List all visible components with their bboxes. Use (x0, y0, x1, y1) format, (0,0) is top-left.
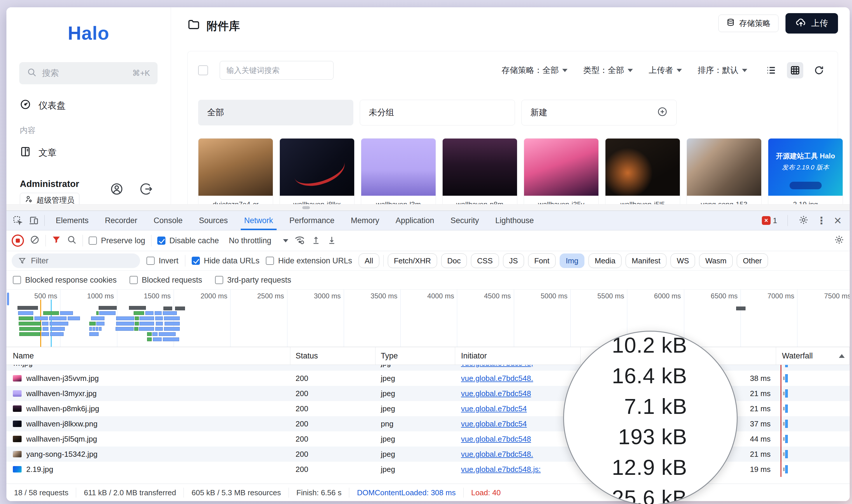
chip-all[interactable]: All (359, 253, 379, 268)
filter-dropdown-label: 存储策略：全部 (501, 65, 559, 76)
tab-lighthouse[interactable]: Lighthouse (487, 211, 542, 230)
chip-other[interactable]: Other (737, 253, 768, 268)
profile-icon[interactable] (110, 182, 123, 197)
tab-network[interactable]: Network (236, 211, 281, 230)
page-scrollbar[interactable] (6, 204, 850, 211)
column-header-waterfall[interactable]: Waterfall (776, 347, 850, 364)
attachment-card[interactable]: wallhaven-j5l5 (605, 138, 680, 204)
initiator-link[interactable]: vue.global.e7bdc54 (461, 419, 527, 429)
keyword-search-input[interactable]: 输入关键词搜索 (220, 61, 334, 79)
error-badge[interactable]: × 1 (762, 216, 777, 225)
device-toolbar-icon[interactable] (26, 214, 41, 228)
tab-application[interactable]: Application (388, 211, 442, 230)
tab-console[interactable]: Console (146, 211, 191, 230)
chip-css[interactable]: CSS (471, 253, 499, 268)
initiator-link[interactable]: vue.global.e7bdc548. (461, 450, 533, 459)
chip-wasm[interactable]: Wasm (699, 253, 733, 268)
sidebar-item-posts[interactable]: 文章 (14, 142, 164, 164)
initiator-link[interactable]: vue.global.e7bdc548. (461, 374, 533, 383)
attachment-card[interactable]: wallhaven-j8lkx (280, 138, 355, 204)
cell-status (290, 365, 375, 371)
invert-checkbox[interactable]: Invert (146, 256, 179, 266)
column-header-initiator[interactable]: Initiator (455, 347, 581, 364)
throttling-select[interactable]: No throttling (229, 236, 288, 245)
column-header-type[interactable]: Type (375, 347, 455, 364)
scrollbar-thumb[interactable] (302, 206, 310, 209)
attachment-card[interactable]: duietczn7o4-cr (198, 138, 273, 204)
overview-request-bar (153, 338, 162, 341)
select-all-checkbox[interactable] (198, 65, 208, 75)
filter-placeholder: Filter (31, 256, 49, 266)
attachment-card[interactable]: 开源建站工具 Halo发布 2.19.0 版本2.19.jpg (768, 138, 843, 204)
filter-dropdown-2[interactable]: 上传者 (649, 65, 682, 76)
group-tab-未分组[interactable]: 未分组 (360, 100, 515, 125)
attachment-card[interactable]: yang-song-153 (687, 138, 762, 204)
waterfall-bar (785, 365, 788, 367)
attachment-name: yang-song-153 (687, 196, 761, 204)
record-icon[interactable] (12, 234, 24, 247)
initiator-link[interactable]: vue.global.e7bdc54 (461, 404, 527, 413)
disable-cache-checkbox[interactable]: Disable cache (157, 236, 219, 245)
filter-dropdown-3[interactable]: 排序：默认 (698, 65, 747, 76)
kebab-menu-icon[interactable]: ⋮ (816, 215, 826, 226)
export-har-icon[interactable] (327, 235, 337, 247)
filter-funnel-icon[interactable] (52, 235, 61, 247)
attachment-card[interactable]: wallhaven-j35v (524, 138, 599, 204)
group-tab-全部[interactable]: 全部 (198, 100, 353, 125)
overview-request-bar (68, 317, 80, 320)
hide-extension-urls-checkbox[interactable]: Hide extension URLs (266, 256, 352, 266)
sidebar-item-dashboard[interactable]: 仪表盘 (14, 95, 164, 116)
close-devtools-icon[interactable]: × (834, 214, 841, 227)
tab-security[interactable]: Security (442, 211, 487, 230)
hide-data-urls-checkbox[interactable]: Hide data URLs (192, 256, 260, 266)
column-header-status[interactable]: Status (290, 347, 375, 364)
tab-memory[interactable]: Memory (342, 211, 388, 230)
tab-elements[interactable]: Elements (48, 211, 97, 230)
storage-policy-button[interactable]: 存储策略 (718, 15, 779, 32)
option-checkbox-3rd-party-requests[interactable]: 3rd-party requests (215, 276, 291, 285)
tab-performance[interactable]: Performance (281, 211, 343, 230)
group-tab-新建[interactable]: 新建 (521, 100, 677, 125)
settings-gear-icon[interactable] (798, 215, 809, 226)
initiator-link[interactable]: vue.global.e7bdc548, (461, 365, 533, 368)
preserve-log-checkbox[interactable]: Preserve log (89, 236, 145, 245)
attachment-card[interactable]: wallhaven-p8m (442, 138, 517, 204)
initiator-link[interactable]: vue.global.e7bdc548 (461, 435, 531, 444)
initiator-link[interactable]: vue.global.e7bdc548.js: (461, 465, 541, 474)
plus-circle-icon[interactable] (657, 106, 668, 119)
option-checkbox-blocked-requests[interactable]: Blocked requests (129, 276, 202, 285)
attachment-card[interactable]: wallhaven-l3m (361, 138, 436, 204)
filter-dropdown-0[interactable]: 存储策略：全部 (501, 65, 568, 76)
network-conditions-icon[interactable] (294, 234, 305, 247)
clear-icon[interactable] (30, 235, 40, 247)
waterfall-tick (783, 377, 785, 380)
tab-recorder[interactable]: Recorder (97, 211, 146, 230)
cell-type: jpeg (375, 447, 455, 462)
network-settings-gear-icon[interactable] (834, 234, 845, 247)
grid-view-button[interactable] (787, 62, 803, 78)
network-overview-timeline[interactable]: 500 ms1000 ms1500 ms2000 ms2500 ms3000 m… (6, 290, 850, 347)
upload-button[interactable]: 上传 (785, 13, 838, 34)
chip-js[interactable]: JS (503, 253, 524, 268)
chip-doc[interactable]: Doc (441, 253, 467, 268)
inspect-icon[interactable] (10, 214, 26, 228)
chip-img[interactable]: Img (560, 253, 584, 268)
refresh-button[interactable] (811, 62, 827, 78)
tab-sources[interactable]: Sources (191, 211, 236, 230)
network-filter-input[interactable]: Filter (12, 253, 140, 268)
chip-font[interactable]: Font (528, 253, 555, 268)
chip-manifest[interactable]: Manifest (625, 253, 667, 268)
filter-dropdown-1[interactable]: 类型：全部 (583, 65, 633, 76)
list-view-button[interactable] (763, 62, 779, 78)
overview-handle[interactable] (7, 292, 9, 305)
chip-ws[interactable]: WS (671, 253, 695, 268)
chip-media[interactable]: Media (588, 253, 621, 268)
logout-icon[interactable] (140, 182, 153, 197)
column-header-name[interactable]: Name (6, 347, 290, 364)
network-search-icon[interactable] (67, 235, 77, 247)
initiator-link[interactable]: vue.global.e7bdc548 (461, 389, 531, 398)
chip-fetchxhr[interactable]: Fetch/XHR (388, 253, 437, 268)
import-har-icon[interactable] (311, 235, 321, 247)
option-checkbox-blocked-response-cookies[interactable]: Blocked response cookies (13, 276, 117, 285)
sidebar-search[interactable]: 搜索 ⌘+K (19, 62, 158, 84)
